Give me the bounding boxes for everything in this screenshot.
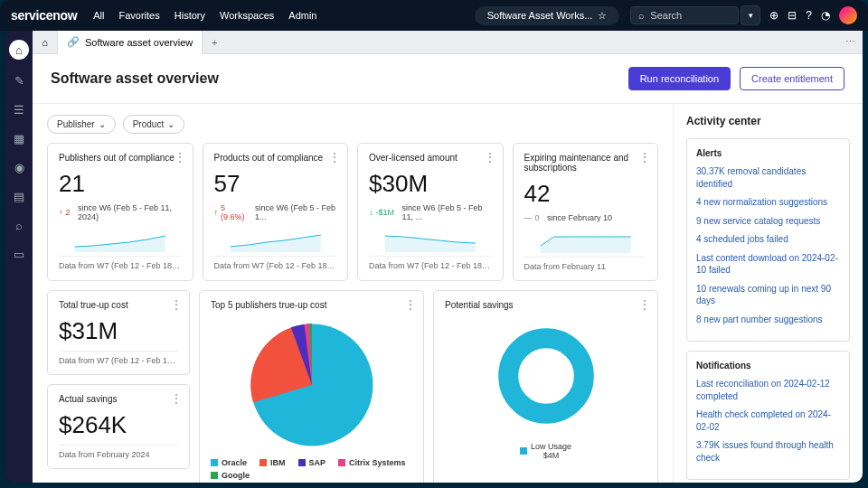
logo[interactable]: servicenow (11, 8, 77, 23)
tab-software-asset-overview[interactable]: 🔗 Software asset overview (58, 31, 203, 54)
notifications-panel: Notifications Last reconciliation on 202… (686, 351, 850, 480)
alert-link[interactable]: 9 new service catalog requests (696, 215, 840, 228)
workspace-pill[interactable]: Software Asset Works... ☆ (475, 6, 620, 25)
alert-link[interactable]: Last content download on 2024-02-10 fail… (696, 252, 840, 277)
global-nav: All Favorites History Workspaces Admin (93, 10, 316, 21)
activity-title: Activity center (686, 115, 850, 127)
nav-all[interactable]: All (93, 10, 104, 21)
filter-publisher[interactable]: Publisher⌄ (47, 115, 116, 134)
svg-marker-3 (540, 237, 630, 253)
link-icon: 🔗 (67, 36, 80, 48)
globe-icon[interactable]: ⊕ (769, 9, 778, 22)
alerts-panel: Alerts 30.37K removal candidates identif… (686, 138, 850, 342)
alert-link[interactable]: 8 new part number suggestions (696, 314, 840, 326)
rail-calendar-icon[interactable]: ▤ (11, 188, 27, 204)
run-reconciliation-button[interactable]: Run reconciliation (628, 67, 731, 90)
chat-icon[interactable]: ⊟ (788, 9, 797, 22)
search-placeholder: Search (650, 10, 682, 21)
nav-favorites[interactable]: Favorites (119, 10, 160, 21)
avatar[interactable] (839, 6, 857, 24)
dash-icon: — (524, 213, 533, 222)
left-rail: ⌂ ✎ ☰ ▦ ◉ ▤ ⌕ ▭ (5, 31, 33, 483)
card-menu-icon[interactable]: ⋮ (171, 392, 182, 405)
notifications-heading: Notifications (696, 361, 840, 371)
header-utilities: ⊕ ⊟ ? ◔ (769, 6, 857, 24)
workspace-pill-label: Software Asset Works... (487, 10, 593, 21)
card-publishers-ooc[interactable]: ⋮ Publishers out of compliance 21 ↑2 sin… (47, 143, 193, 281)
rail-analytics-icon[interactable]: ◉ (11, 159, 27, 175)
card-value: 21 (59, 170, 182, 198)
activity-center: Activity center Alerts 30.37K removal ca… (673, 104, 863, 483)
alert-link[interactable]: 30.37K removal candidates identified (696, 165, 840, 190)
filter-product[interactable]: Product⌄ (123, 115, 184, 134)
rail-home-icon[interactable]: ⌂ (9, 40, 29, 60)
chart-legend: Oracle IBM SAP Citrix Systems Google (211, 458, 412, 480)
page-title: Software asset overview (51, 70, 219, 87)
card-over-licensed[interactable]: ⋮ Over-licensed amount $30M ↓-$1M since … (357, 143, 504, 281)
notification-link[interactable]: Last reconciliation on 2024-02-12 comple… (696, 378, 840, 402)
global-search[interactable]: ⌕ Search (630, 6, 739, 24)
alerts-heading: Alerts (696, 148, 840, 158)
card-menu-icon[interactable]: ⋮ (171, 298, 182, 311)
nav-workspaces[interactable]: Workspaces (220, 10, 274, 21)
card-menu-icon[interactable]: ⋮ (329, 151, 340, 164)
svg-marker-2 (385, 236, 476, 252)
arrow-up-icon: ↑ (214, 208, 219, 217)
card-menu-icon[interactable]: ⋮ (405, 298, 416, 311)
home-tab-icon[interactable]: ⌂ (33, 31, 58, 54)
notification-link[interactable]: Health check completed on 2024-02-02 (696, 408, 840, 433)
card-products-ooc[interactable]: ⋮ Products out of compliance 57 ↑5 (9.6%… (203, 143, 349, 281)
card-top5-publishers[interactable]: ⋮ Top 5 publishers true-up cost Oracle (199, 290, 424, 483)
add-tab-button[interactable]: + (203, 37, 226, 48)
arrow-down-icon: ↓ (369, 208, 373, 217)
help-icon[interactable]: ? (806, 9, 812, 22)
dashboard-content: Publisher⌄ Product⌄ ⋮ Publishers out of … (33, 104, 673, 483)
donut-chart (496, 326, 596, 426)
tab-label: Software asset overview (85, 37, 193, 48)
global-header: servicenow All Favorites History Workspa… (0, 0, 868, 31)
card-menu-icon[interactable]: ⋮ (639, 298, 650, 311)
tab-overflow-icon[interactable]: ⋯ (838, 36, 863, 48)
rail-search-icon[interactable]: ⌕ (11, 217, 27, 233)
card-menu-icon[interactable]: ⋮ (175, 151, 185, 164)
page-header: Software asset overview Run reconciliati… (33, 54, 863, 104)
card-expiring[interactable]: ⋮ Expiring maintenance and subscriptions… (513, 143, 659, 281)
card-menu-icon[interactable]: ⋮ (485, 151, 495, 164)
svg-marker-1 (230, 235, 320, 252)
card-potential-savings[interactable]: ⋮ Potential savings Low Usage$4M (433, 290, 658, 483)
card-menu-icon[interactable]: ⋮ (639, 151, 650, 164)
chevron-down-icon: ⌄ (99, 119, 106, 129)
alert-link[interactable]: 4 new normalization suggestions (696, 196, 840, 209)
rail-grid-icon[interactable]: ▦ (11, 130, 27, 146)
card-total-trueup[interactable]: ⋮ Total true-up cost $31M Data from W7 (… (47, 290, 190, 375)
nav-history[interactable]: History (175, 10, 205, 21)
notification-link[interactable]: 3.79K issues found through health check (696, 439, 840, 464)
tab-strip: ⌂ 🔗 Software asset overview + ⋯ (33, 31, 863, 54)
card-title: Publishers out of compliance (59, 153, 182, 163)
nav-admin[interactable]: Admin (288, 10, 316, 21)
svg-point-5 (508, 338, 584, 414)
search-dropdown[interactable]: ▾ (741, 5, 760, 25)
create-entitlement-button[interactable]: Create entitlement (740, 67, 844, 90)
alert-link[interactable]: 10 renewals coming up in next 90 days (696, 283, 840, 307)
alert-link[interactable]: 4 scheduled jobs failed (696, 233, 840, 246)
rail-list-icon[interactable]: ☰ (11, 101, 27, 117)
card-footer: Data from W7 (Feb 12 - Feb 18, 20... (59, 256, 182, 270)
search-icon: ⌕ (638, 10, 645, 21)
rail-wrench-icon[interactable]: ✎ (11, 72, 27, 89)
chevron-down-icon: ⌄ (167, 119, 175, 129)
star-icon[interactable]: ☆ (598, 10, 607, 22)
card-actual-savings[interactable]: ⋮ Actual savings $264K Data from Februar… (47, 384, 190, 469)
arrow-up-icon: ↑ (59, 208, 63, 217)
pie-chart (244, 317, 380, 453)
rail-storage-icon[interactable]: ▭ (11, 246, 27, 262)
bell-icon[interactable]: ◔ (821, 9, 830, 22)
main-frame: ⌂ 🔗 Software asset overview + ⋯ Software… (33, 31, 863, 483)
